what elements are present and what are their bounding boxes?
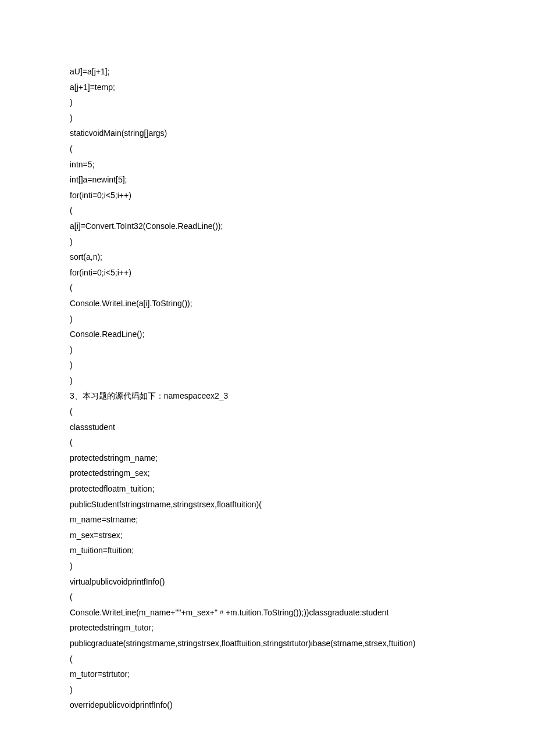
code-line: ) bbox=[70, 357, 465, 373]
code-line: protectedstringm_name; bbox=[70, 450, 465, 466]
code-line: ( bbox=[70, 435, 465, 450]
code-line: ) bbox=[70, 558, 465, 574]
code-line: aU]=a[j+1]; bbox=[70, 64, 465, 80]
code-line: ) bbox=[70, 342, 465, 358]
code-line: sort(a,n); bbox=[70, 249, 465, 265]
code-line: Console.WriteLine(a[i].ToString()); bbox=[70, 296, 465, 311]
code-line: for(inti=0;i<5;i++) bbox=[70, 265, 465, 281]
code-line: ( bbox=[70, 404, 465, 420]
code-line: ) bbox=[70, 373, 465, 389]
code-line: Console.WriteLine(m_name+""+m_sex+"〃+m.t… bbox=[70, 605, 465, 621]
code-line: for(inti=0;i<5;i++) bbox=[70, 188, 465, 203]
code-line: ( bbox=[70, 203, 465, 218]
code-line: publicStudentfstringstrname,stringstrsex… bbox=[70, 497, 465, 513]
code-line: intn=5; bbox=[70, 157, 465, 173]
code-line: ( bbox=[70, 589, 465, 605]
code-line: m_name=strname; bbox=[70, 512, 465, 528]
code-line: protectedstringm_sex; bbox=[70, 465, 465, 481]
code-line: ) bbox=[70, 234, 465, 250]
code-line: m_tuition=ftuition; bbox=[70, 543, 465, 558]
code-line: virtualpublicvoidprintfInfo() bbox=[70, 574, 465, 590]
code-line: ) bbox=[70, 95, 465, 110]
code-line: staticvoidMain(string[]args) bbox=[70, 126, 465, 141]
code-line: protectedfloatm_tuition; bbox=[70, 481, 465, 497]
code-line: ( bbox=[70, 141, 465, 157]
code-line: Console.ReadLine(); bbox=[70, 327, 465, 342]
code-line: classstudent bbox=[70, 420, 465, 435]
code-line: ( bbox=[70, 280, 465, 296]
code-line: ( bbox=[70, 651, 465, 667]
code-line: a[j+1]=temp; bbox=[70, 80, 465, 95]
code-line: protectedstringm_tutor; bbox=[70, 620, 465, 636]
code-line: ) bbox=[70, 311, 465, 327]
code-line: m_tutor=strtutor; bbox=[70, 667, 465, 682]
code-line: ) bbox=[70, 682, 465, 698]
document-page: aU]=a[j+1]; a[j+1]=temp; ) ) staticvoidM… bbox=[0, 0, 535, 756]
code-line: int[]a=newint[5]; bbox=[70, 172, 465, 188]
code-line: overridepublicvoidprintfInfo() bbox=[70, 697, 465, 713]
code-line: publicgraduate(stringstrname,stringstrse… bbox=[70, 636, 465, 651]
code-line: m_sex=strsex; bbox=[70, 528, 465, 543]
code-line: ) bbox=[70, 110, 465, 126]
code-line: a[i]=Convert.ToInt32(Console.ReadLine())… bbox=[70, 218, 465, 234]
code-line: 3、本习题的源代码如下：namespaceex2_3 bbox=[70, 388, 465, 404]
